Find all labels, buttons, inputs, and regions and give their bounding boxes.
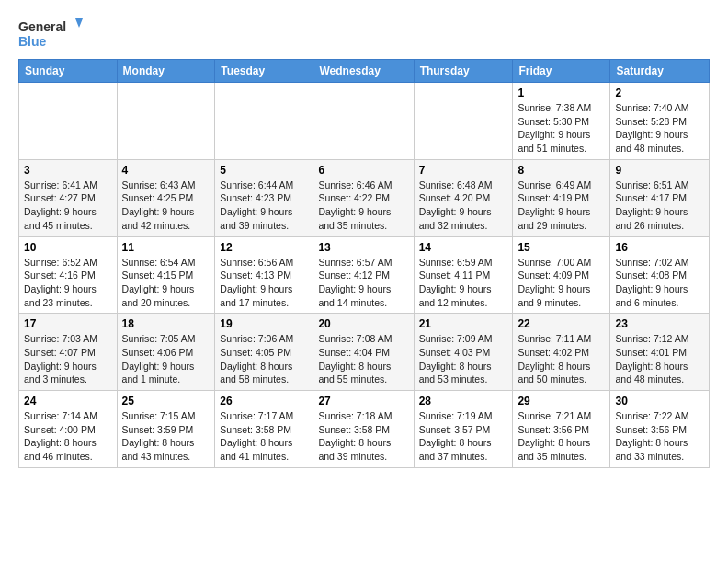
day-number: 9 [615, 164, 704, 177]
day-cell: 19Sunrise: 7:06 AM Sunset: 4:05 PM Dayli… [215, 314, 313, 391]
day-number: 25 [122, 395, 210, 408]
day-info: Sunrise: 6:48 AM Sunset: 4:20 PM Dayligh… [419, 178, 508, 233]
day-cell: 26Sunrise: 7:17 AM Sunset: 3:58 PM Dayli… [215, 391, 313, 468]
day-cell [313, 83, 414, 160]
day-info: Sunrise: 7:00 AM Sunset: 4:09 PM Dayligh… [518, 256, 605, 310]
day-cell [215, 83, 313, 160]
day-info: Sunrise: 6:41 AM Sunset: 4:27 PM Dayligh… [24, 178, 112, 233]
day-info: Sunrise: 7:14 AM Sunset: 4:00 PM Dayligh… [24, 409, 112, 464]
day-info: Sunrise: 6:49 AM Sunset: 4:19 PM Dayligh… [518, 178, 605, 233]
week-row-0: 1Sunrise: 7:38 AM Sunset: 5:30 PM Daylig… [19, 83, 710, 160]
header-row: SundayMondayTuesdayWednesdayThursdayFrid… [19, 60, 710, 83]
day-info: Sunrise: 7:18 AM Sunset: 3:58 PM Dayligh… [318, 409, 408, 464]
day-cell: 9Sunrise: 6:51 AM Sunset: 4:17 PM Daylig… [610, 159, 710, 236]
day-number: 22 [518, 317, 605, 330]
day-cell: 16Sunrise: 7:02 AM Sunset: 4:08 PM Dayli… [610, 236, 710, 314]
day-cell: 30Sunrise: 7:22 AM Sunset: 3:56 PM Dayli… [610, 391, 710, 468]
day-info: Sunrise: 6:54 AM Sunset: 4:15 PM Dayligh… [122, 256, 210, 310]
day-cell: 2Sunrise: 7:40 AM Sunset: 5:28 PM Daylig… [610, 83, 710, 160]
day-info: Sunrise: 6:46 AM Sunset: 4:22 PM Dayligh… [318, 178, 408, 233]
day-cell: 27Sunrise: 7:18 AM Sunset: 3:58 PM Dayli… [313, 391, 414, 468]
day-number: 8 [518, 164, 605, 177]
day-number: 5 [220, 164, 308, 177]
day-number: 13 [318, 241, 408, 254]
day-info: Sunrise: 7:40 AM Sunset: 5:28 PM Dayligh… [615, 101, 704, 155]
day-number: 2 [615, 86, 704, 99]
day-info: Sunrise: 6:52 AM Sunset: 4:16 PM Dayligh… [24, 256, 112, 310]
day-info: Sunrise: 6:44 AM Sunset: 4:23 PM Dayligh… [220, 178, 308, 233]
day-number: 11 [122, 241, 210, 254]
day-number: 1 [518, 86, 605, 99]
day-cell: 18Sunrise: 7:05 AM Sunset: 4:06 PM Dayli… [117, 314, 215, 391]
day-cell: 11Sunrise: 6:54 AM Sunset: 4:15 PM Dayli… [117, 236, 215, 314]
day-cell: 12Sunrise: 6:56 AM Sunset: 4:13 PM Dayli… [215, 236, 313, 314]
day-info: Sunrise: 7:03 AM Sunset: 4:07 PM Dayligh… [24, 332, 112, 386]
day-info: Sunrise: 6:51 AM Sunset: 4:17 PM Dayligh… [615, 178, 704, 233]
day-cell: 5Sunrise: 6:44 AM Sunset: 4:23 PM Daylig… [215, 159, 313, 236]
day-info: Sunrise: 7:12 AM Sunset: 4:01 PM Dayligh… [615, 332, 704, 386]
day-info: Sunrise: 7:38 AM Sunset: 5:30 PM Dayligh… [518, 101, 605, 155]
header-day-thursday: Thursday [414, 60, 513, 83]
header-day-sunday: Sunday [19, 60, 118, 83]
header-day-wednesday: Wednesday [313, 60, 414, 83]
day-info: Sunrise: 6:59 AM Sunset: 4:11 PM Dayligh… [419, 256, 508, 310]
day-cell: 8Sunrise: 6:49 AM Sunset: 4:19 PM Daylig… [513, 159, 610, 236]
day-number: 7 [419, 164, 508, 177]
day-number: 28 [419, 395, 508, 408]
day-cell: 13Sunrise: 6:57 AM Sunset: 4:12 PM Dayli… [313, 236, 414, 314]
day-cell: 17Sunrise: 7:03 AM Sunset: 4:07 PM Dayli… [19, 314, 118, 391]
day-number: 12 [220, 241, 308, 254]
day-info: Sunrise: 7:22 AM Sunset: 3:56 PM Dayligh… [615, 409, 704, 464]
day-number: 24 [24, 395, 112, 408]
logo-svg: General Blue [18, 15, 83, 52]
day-number: 19 [220, 317, 308, 330]
day-info: Sunrise: 7:21 AM Sunset: 3:56 PM Dayligh… [518, 409, 605, 464]
day-number: 3 [24, 164, 112, 177]
day-cell: 23Sunrise: 7:12 AM Sunset: 4:01 PM Dayli… [610, 314, 710, 391]
day-cell: 28Sunrise: 7:19 AM Sunset: 3:57 PM Dayli… [414, 391, 513, 468]
svg-text:General: General [18, 19, 66, 34]
day-cell: 4Sunrise: 6:43 AM Sunset: 4:25 PM Daylig… [117, 159, 215, 236]
header-day-tuesday: Tuesday [215, 60, 313, 83]
calendar-body: 1Sunrise: 7:38 AM Sunset: 5:30 PM Daylig… [19, 83, 710, 468]
calendar-table: SundayMondayTuesdayWednesdayThursdayFrid… [18, 59, 710, 468]
day-cell: 1Sunrise: 7:38 AM Sunset: 5:30 PM Daylig… [513, 83, 610, 160]
header-day-saturday: Saturday [610, 60, 710, 83]
day-number: 15 [518, 241, 605, 254]
day-number: 10 [24, 241, 112, 254]
week-row-3: 17Sunrise: 7:03 AM Sunset: 4:07 PM Dayli… [19, 314, 710, 391]
day-cell: 10Sunrise: 6:52 AM Sunset: 4:16 PM Dayli… [19, 236, 118, 314]
day-cell: 3Sunrise: 6:41 AM Sunset: 4:27 PM Daylig… [19, 159, 118, 236]
day-info: Sunrise: 6:43 AM Sunset: 4:25 PM Dayligh… [122, 178, 210, 233]
day-info: Sunrise: 7:15 AM Sunset: 3:59 PM Dayligh… [122, 409, 210, 464]
day-number: 23 [615, 317, 704, 330]
day-number: 29 [518, 395, 605, 408]
day-cell: 29Sunrise: 7:21 AM Sunset: 3:56 PM Dayli… [513, 391, 610, 468]
day-number: 6 [318, 164, 408, 177]
calendar-header: SundayMondayTuesdayWednesdayThursdayFrid… [19, 60, 710, 83]
logo: General Blue [18, 15, 83, 52]
header-day-friday: Friday [513, 60, 610, 83]
header-day-monday: Monday [117, 60, 215, 83]
day-number: 20 [318, 317, 408, 330]
day-number: 26 [220, 395, 308, 408]
svg-marker-2 [75, 18, 83, 28]
day-info: Sunrise: 7:05 AM Sunset: 4:06 PM Dayligh… [122, 332, 210, 386]
day-cell [117, 83, 215, 160]
day-number: 27 [318, 395, 408, 408]
day-number: 14 [419, 241, 508, 254]
day-cell [414, 83, 513, 160]
day-info: Sunrise: 7:08 AM Sunset: 4:04 PM Dayligh… [318, 332, 408, 386]
week-row-4: 24Sunrise: 7:14 AM Sunset: 4:00 PM Dayli… [19, 391, 710, 468]
day-cell [19, 83, 118, 160]
day-info: Sunrise: 7:09 AM Sunset: 4:03 PM Dayligh… [419, 332, 508, 386]
week-row-1: 3Sunrise: 6:41 AM Sunset: 4:27 PM Daylig… [19, 159, 710, 236]
day-info: Sunrise: 7:17 AM Sunset: 3:58 PM Dayligh… [220, 409, 308, 464]
day-info: Sunrise: 6:57 AM Sunset: 4:12 PM Dayligh… [318, 256, 408, 310]
day-number: 18 [122, 317, 210, 330]
day-cell: 7Sunrise: 6:48 AM Sunset: 4:20 PM Daylig… [414, 159, 513, 236]
svg-text:Blue: Blue [18, 34, 47, 49]
day-number: 30 [615, 395, 704, 408]
day-info: Sunrise: 7:06 AM Sunset: 4:05 PM Dayligh… [220, 332, 308, 386]
day-number: 21 [419, 317, 508, 330]
